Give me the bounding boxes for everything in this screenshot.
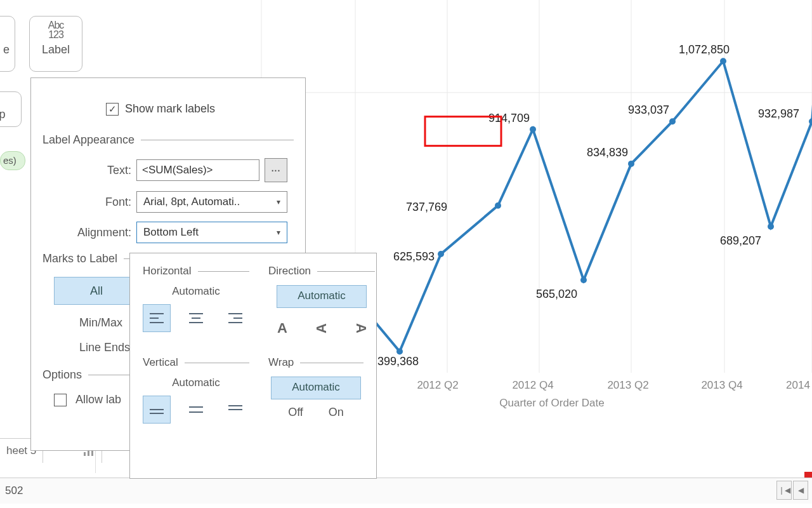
marks-to-label-header: Marks to Label [43,252,117,265]
svg-text:914,709: 914,709 [488,112,530,124]
show-mark-labels-checkbox[interactable]: ✓ [106,103,119,116]
vertical-header: Vertical [143,356,178,369]
tooltip-card-text: tip [0,108,6,121]
svg-point-12 [438,251,444,257]
svg-text:2013 Q4: 2013 Q4 [701,379,742,391]
show-mark-labels-label: Show mark labels [125,102,215,116]
wrap-off-button[interactable]: Off [288,406,303,419]
horizontal-header: Horizontal [143,265,192,277]
label-text-input[interactable] [136,159,259,181]
svg-text:2014: 2014 [786,379,810,391]
text-label: Text: [43,164,136,177]
nav-first-button[interactable]: ❘◀ [776,481,792,500]
horizontal-automatic-label: Automatic [143,285,249,298]
align-center-icon[interactable] [182,304,210,332]
alignment-flyout: Horizontal Automatic Direction Automatic… [129,253,377,479]
options-header: Options [43,368,82,382]
measure-pill-fragment[interactable]: es) [0,151,25,170]
svg-text:2012 Q4: 2012 Q4 [512,379,553,391]
align-left-icon[interactable] [143,304,171,332]
nav-prev-button[interactable]: ◀ [793,481,808,500]
marks-label-all-button[interactable]: All [54,277,139,305]
svg-text:689,207: 689,207 [720,234,761,247]
label-text-more-button[interactable]: ... [265,158,287,182]
svg-text:933,037: 933,037 [628,104,669,116]
label-card-text: Label [30,43,82,57]
vertical-automatic-label: Automatic [143,377,249,389]
svg-text:565,020: 565,020 [536,288,577,300]
svg-point-14 [530,126,536,133]
font-label: Font: [43,196,136,209]
label-appearance-header: Label Appearance [43,133,134,147]
chevron-down-icon: ▾ [277,228,280,237]
svg-text:625,593: 625,593 [393,250,435,263]
direction-down-icon[interactable]: A [347,314,375,342]
svg-text:737,769: 737,769 [406,201,447,213]
status-value: 502 [5,485,23,497]
svg-point-11 [396,348,403,354]
valign-middle-icon[interactable] [182,396,210,424]
allow-labels-checkbox[interactable] [54,394,67,406]
svg-text:399,368: 399,368 [377,355,419,368]
chevron-down-icon: ▾ [277,197,280,206]
svg-text:932,987: 932,987 [758,107,799,120]
status-bar: 502 [0,478,812,504]
svg-text:2012 Q2: 2012 Q2 [417,379,458,391]
alignment-label: Alignment: [43,226,136,239]
valign-top-icon[interactable] [221,396,249,424]
abc123-icon: Abc 123 [30,20,82,39]
svg-point-20 [809,118,812,124]
svg-point-15 [580,277,587,283]
color-card-button[interactable]: e [0,16,15,72]
tooltip-card-button[interactable]: tip [0,91,22,127]
svg-point-16 [628,161,634,167]
direction-automatic-button[interactable]: Automatic [277,285,367,308]
align-right-icon[interactable] [221,304,249,332]
direction-up-icon[interactable]: A [308,314,336,342]
font-combo[interactable]: Arial, 8pt, Automati.. ▾ [136,191,287,213]
svg-text:2013 Q2: 2013 Q2 [607,379,648,391]
svg-text:834,839: 834,839 [587,146,628,159]
valign-bottom-icon[interactable] [143,396,171,424]
direction-horizontal-icon[interactable]: A [268,314,296,342]
color-card-text-fragment: e [0,43,15,57]
wrap-header: Wrap [268,356,294,369]
svg-rect-55 [84,452,86,456]
svg-point-17 [669,118,676,124]
direction-header: Direction [268,265,311,277]
label-card-button[interactable]: Abc 123 Label [29,16,82,72]
svg-point-19 [768,224,774,230]
svg-point-13 [495,203,501,209]
wrap-automatic-button[interactable]: Automatic [271,377,361,399]
svg-text:1,072,850: 1,072,850 [679,43,730,56]
wrap-on-button[interactable]: On [329,406,344,419]
svg-point-18 [720,58,726,64]
alignment-combo[interactable]: Bottom Left ▾ [136,222,287,243]
allow-labels-label: Allow lab [75,393,121,406]
svg-text:Quarter of Order Date: Quarter of Order Date [499,397,604,409]
